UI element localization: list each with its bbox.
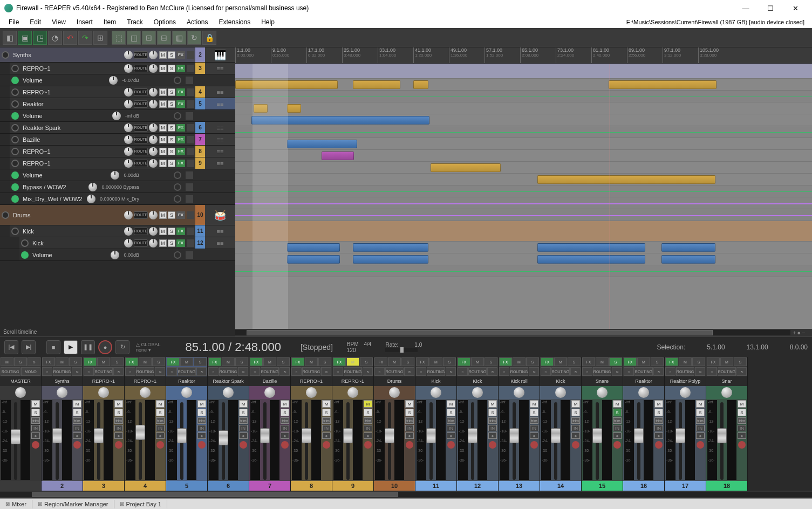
ch-pan[interactable] bbox=[57, 387, 67, 398]
ch-routing[interactable]: ROUTING bbox=[1, 367, 21, 376]
track-row[interactable]: REPRO~1ROUTEMSFX8≡≡ bbox=[0, 146, 235, 157]
pan-knob[interactable] bbox=[149, 51, 158, 59]
volume-knob[interactable] bbox=[124, 147, 133, 156]
ch-solo[interactable]: S bbox=[654, 409, 663, 416]
env-knob[interactable] bbox=[109, 76, 118, 85]
ch-fx[interactable]: FX bbox=[416, 357, 429, 366]
ch-m[interactable]: M bbox=[513, 357, 526, 366]
ch-m[interactable]: M bbox=[554, 357, 567, 366]
ch-rec[interactable] bbox=[156, 441, 164, 449]
env-button[interactable] bbox=[187, 228, 194, 235]
mute-button[interactable]: M bbox=[159, 88, 167, 96]
ch-routing[interactable]: ROUTING bbox=[219, 367, 237, 376]
ch-solo[interactable]: S bbox=[738, 409, 746, 416]
ch-solo[interactable]: S bbox=[281, 409, 289, 416]
ch-m[interactable]: M bbox=[305, 357, 318, 366]
track-row[interactable]: REPRO~1ROUTEMSFX9≡≡ bbox=[0, 157, 235, 169]
env-button[interactable] bbox=[187, 136, 194, 143]
tool-item[interactable]: ⊞ bbox=[93, 31, 107, 45]
ch-routing[interactable]: ROUTING bbox=[53, 367, 71, 376]
ch-fader[interactable] bbox=[180, 402, 183, 480]
env-button[interactable] bbox=[187, 160, 194, 167]
mixer-channel[interactable]: FXMS○ROUTING⎋Reaktor-inf-6--12--18--24--… bbox=[166, 357, 208, 491]
ch-rec[interactable] bbox=[281, 441, 289, 449]
fx-button[interactable]: FX bbox=[176, 211, 185, 219]
mute-button[interactable]: M bbox=[159, 239, 167, 247]
route-button[interactable]: ROUTE bbox=[134, 100, 148, 108]
route-button[interactable]: ROUTE bbox=[134, 211, 148, 219]
ch-pan[interactable] bbox=[15, 387, 26, 398]
ch-routing[interactable]: ROUTING bbox=[94, 367, 113, 376]
arrange-view[interactable] bbox=[235, 64, 812, 329]
route-button[interactable]: ROUTE bbox=[134, 88, 148, 96]
ch-routing[interactable]: ROUTING bbox=[178, 367, 196, 376]
pan-knob[interactable] bbox=[149, 211, 158, 219]
ch-routing[interactable]: ROUTING bbox=[551, 367, 570, 376]
solo-button[interactable]: S bbox=[168, 124, 175, 132]
tool-save[interactable]: ◳ bbox=[33, 31, 47, 45]
track-row[interactable]: KickROUTEMSFX11≡≡ bbox=[0, 225, 235, 237]
ch-m[interactable]: M bbox=[1, 357, 13, 366]
track-row[interactable]: Reaktor SparkROUTEMSFX6≡≡ bbox=[0, 122, 235, 134]
env-knob[interactable] bbox=[111, 171, 119, 180]
ch-m[interactable]: M bbox=[679, 357, 692, 366]
track-row[interactable]: SynthsROUTEMSFX2🎹 bbox=[0, 47, 235, 63]
ch-s[interactable]: S bbox=[318, 357, 331, 366]
track-row[interactable]: Volume-inf dB bbox=[0, 110, 235, 122]
ch-m[interactable]: M bbox=[596, 357, 609, 366]
ch-pan[interactable] bbox=[306, 387, 317, 398]
ch-rec[interactable] bbox=[240, 441, 247, 449]
ch-mute[interactable]: M bbox=[613, 400, 622, 408]
mute-button[interactable]: M bbox=[159, 211, 167, 219]
pan-knob[interactable] bbox=[149, 147, 158, 156]
ch-solo[interactable]: S bbox=[73, 409, 81, 416]
ch-s[interactable]: S bbox=[69, 357, 82, 366]
ch-fader[interactable] bbox=[388, 402, 391, 480]
track-row[interactable]: ReaktorROUTEMSFX5≡≡ bbox=[0, 98, 235, 110]
ch-fader[interactable] bbox=[596, 402, 599, 480]
solo-button[interactable]: S bbox=[168, 148, 175, 155]
goto-end-button[interactable]: ▶| bbox=[22, 340, 36, 354]
ch-mono[interactable]: MONO bbox=[21, 367, 41, 376]
ch-mute[interactable]: M bbox=[281, 400, 289, 408]
env-button[interactable] bbox=[187, 51, 194, 59]
tool-open[interactable]: ▣ bbox=[18, 31, 32, 45]
media-clip[interactable] bbox=[254, 104, 268, 113]
media-clip[interactable] bbox=[287, 140, 357, 148]
media-clip[interactable] bbox=[537, 255, 645, 264]
fx-button[interactable]: FX bbox=[176, 100, 185, 108]
mixer-channel[interactable]: FXMS○ROUTING⎋Kick-inf-6--12--18--24--30-… bbox=[415, 357, 457, 491]
ch-fader[interactable] bbox=[222, 402, 225, 480]
ch-rec[interactable] bbox=[530, 441, 538, 449]
fx-button[interactable]: FX bbox=[176, 88, 185, 96]
stop-button[interactable]: ■ bbox=[46, 340, 60, 354]
ch-pan[interactable] bbox=[472, 387, 483, 398]
route-button[interactable]: ROUTE bbox=[134, 160, 148, 167]
mixer-channel[interactable]: FXMS○ROUTING⎋Bazille-inf-6--12--18--24--… bbox=[249, 357, 291, 491]
ch-fx[interactable]: FX bbox=[208, 357, 221, 366]
ch-m[interactable]: M bbox=[139, 357, 152, 366]
media-clip[interactable] bbox=[537, 243, 645, 252]
mixer-hscroll[interactable] bbox=[0, 491, 812, 498]
mute-button[interactable]: M bbox=[159, 136, 167, 143]
menu-options[interactable]: Options bbox=[148, 17, 181, 27]
ch-fader[interactable] bbox=[720, 402, 724, 480]
mixer-channel[interactable]: FXMS○ROUTING⎋REPRO~1-inf-6--12--18--24--… bbox=[83, 357, 125, 491]
menu-item[interactable]: Item bbox=[98, 17, 121, 27]
track-row[interactable]: BazilleROUTEMSFX7≡≡ bbox=[0, 134, 235, 146]
ch-routing[interactable]: ROUTING bbox=[510, 367, 528, 376]
ch-fx[interactable]: FX bbox=[374, 357, 387, 366]
ch-routing[interactable]: ROUTING bbox=[593, 367, 611, 376]
ch-mute[interactable]: M bbox=[322, 400, 331, 408]
ch-mute[interactable]: M bbox=[405, 400, 414, 408]
ch-s[interactable]: S bbox=[443, 357, 456, 366]
ch-s[interactable]: S bbox=[111, 357, 124, 366]
tool-cycle[interactable]: ↻ bbox=[187, 31, 201, 45]
volume-knob[interactable] bbox=[124, 51, 133, 59]
track-row[interactable]: Volume0.00dB bbox=[0, 169, 235, 181]
media-clip[interactable] bbox=[431, 163, 501, 172]
ch-fader[interactable] bbox=[346, 402, 350, 480]
volume-knob[interactable] bbox=[124, 211, 133, 219]
selection-length[interactable]: 8.0.00 bbox=[790, 343, 808, 351]
record-arm[interactable] bbox=[11, 100, 19, 108]
